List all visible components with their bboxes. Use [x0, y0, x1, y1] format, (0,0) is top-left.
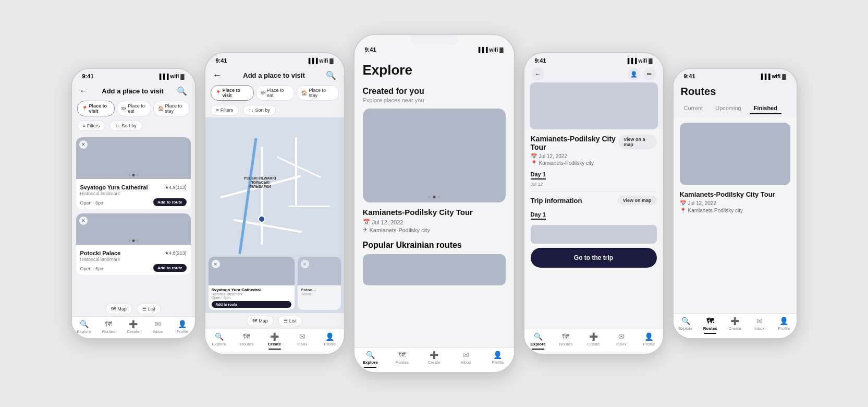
tab2-place-visit[interactable]: 📍 Place to visit [211, 85, 254, 101]
tab2-place-stay[interactable]: 🏠 Place to stay [297, 85, 338, 101]
phone4-edit-icon[interactable]: ✏ [643, 68, 656, 80]
tab-current[interactable]: Current [680, 103, 707, 114]
nav-inbox-3[interactable]: ✉ Inbox [450, 351, 482, 368]
nav-routes-1[interactable]: 🗺 Routes [96, 320, 121, 334]
explore-icon: 🔍 [80, 320, 89, 328]
map-card2-thumb: ✕ [298, 257, 341, 285]
list-toggle-btn[interactable]: ☰ List [137, 304, 161, 314]
day1-tab-2[interactable]: Day 1 [531, 211, 546, 220]
view-on-map-btn-2[interactable]: View on map [618, 196, 657, 205]
profile-label: Profile [177, 329, 189, 334]
nav-profile-3[interactable]: 👤 Profile [482, 351, 514, 368]
phone-5: 9:41 ▐▐▐ wifi ▓ Routes Current Upcoming … [673, 68, 798, 339]
nav-inbox-1[interactable]: ✉ Inbox [145, 320, 170, 334]
phone4-back-icon[interactable]: ← [532, 68, 544, 80]
nav-routes-4[interactable]: 🗺 Routes [552, 332, 580, 350]
route-card-title: Kamianets-Podilsky City Tour [680, 190, 790, 198]
dot-4 [128, 240, 130, 242]
close-icon-map1[interactable]: ✕ [212, 260, 220, 268]
filters-button[interactable]: ≡ Filters [77, 121, 106, 131]
list-toggle-btn-2[interactable]: ☰ List [278, 316, 302, 326]
sortby2-button[interactable]: ↑↓ Sort by [243, 105, 276, 115]
create-icon-4: ➕ [589, 332, 598, 341]
battery-icon-4: ▓ [649, 58, 652, 64]
nav-routes-2[interactable]: 🗺 Routes [233, 332, 261, 350]
place-card2-footer-row: Open · 6pm Add to route [80, 264, 187, 272]
place-card2-info: Potocki Palace ★4.8(213) Historical land… [76, 245, 191, 275]
nav-routes-3[interactable]: 🗺 Routes [386, 351, 418, 368]
featured-card-location: ✈ Kamianets-Podilsky city [363, 226, 506, 233]
phone3-bottom-nav: 🔍 Explore 🗺 Routes ➕ Create ✉ Inbox [354, 347, 514, 372]
tab-place-stay[interactable]: 🏠 Place to stay [153, 101, 190, 116]
phone1-search-icon[interactable]: 🔍 [177, 86, 187, 96]
filters2-button[interactable]: ≡ Filters [211, 105, 239, 115]
tab2-place-eat[interactable]: 🍽 Place to eat [256, 85, 295, 101]
tab2-eat-label: Place to eat [267, 88, 290, 98]
dots-indicator-2 [128, 240, 139, 242]
nav-explore-1[interactable]: 🔍 Explore [72, 320, 96, 334]
place-card2-type: Historical landmark [80, 257, 187, 262]
nav-create-1[interactable]: ➕ Create [121, 320, 145, 334]
filter2-label: Filters [221, 107, 234, 113]
phone-1: 9:41 ▐▐▐ wifi ▓ ← Add a place to visit 🔍… [71, 68, 196, 339]
phone2-filters: ≡ Filters ↑↓ Sort by [205, 103, 344, 117]
place-card1-info: Svyatogo Yura Cathedral ★4.9(113) Histor… [76, 179, 191, 209]
close-icon-map2[interactable]: ✕ [301, 260, 309, 268]
phone1-screen: 9:41 ▐▐▐ wifi ▓ ← Add a place to visit 🔍… [72, 69, 195, 338]
phone1-map-list-toggle: 🗺 Map ☰ List [72, 302, 195, 316]
place-card2-meta: Open · 6pm [80, 266, 105, 271]
tab-place-eat[interactable]: 🍽 Place to eat [117, 101, 151, 116]
calendar-icon: 📅 [363, 219, 370, 225]
nav-explore-2[interactable]: 🔍 Explore [205, 332, 233, 350]
inbox-icon-2: ✉ [299, 332, 305, 341]
place-card2-thumb: ✕ [76, 213, 191, 245]
close-icon-2[interactable]: ✕ [79, 217, 88, 225]
nav-explore-4[interactable]: 🔍 Explore [524, 332, 552, 350]
map-card1-thumb: ✕ [209, 257, 295, 285]
wifi-icon-3: wifi [490, 47, 498, 53]
tab-place-visit[interactable]: 📍 Place to visit [77, 101, 115, 116]
phone4-user-icon[interactable]: 👤 [628, 68, 640, 80]
nav-routes-5[interactable]: 🗺 Routes [698, 317, 723, 334]
phone2-title: Add a place to visit [243, 71, 304, 79]
tab-finished[interactable]: Finished [750, 103, 781, 114]
add-to-route-btn-1[interactable]: Add to route [153, 198, 187, 206]
view-on-map-btn[interactable]: View on a map [618, 135, 656, 149]
nav-explore-3[interactable]: 🔍 Explore [354, 351, 386, 368]
add-to-route-btn-2[interactable]: Add to route [153, 264, 187, 272]
nav-create-5[interactable]: ➕ Create [723, 317, 747, 334]
phone2-back-button[interactable]: ← [213, 70, 222, 81]
sortby-button[interactable]: ↑↓ Sort by [109, 121, 142, 131]
tab-upcoming[interactable]: Upcoming [711, 103, 745, 114]
phone2-map[interactable]: POLSKI FILWARKIПОЛЬСЬКІФІЛЬВАРКИ ✕ Svyat… [205, 117, 344, 313]
map-pin[interactable] [258, 216, 265, 223]
map-toggle-btn[interactable]: 🗺 Map [105, 304, 132, 314]
phone1-content: ✕ Svyatogo Yura Cathedral ★4.9(113) Hist… [72, 133, 195, 302]
day1-tab[interactable]: Day 1 [531, 171, 546, 179]
nav-inbox-4[interactable]: ✉ Inbox [607, 332, 635, 350]
nav-explore-5[interactable]: 🔍 Explore [674, 317, 698, 334]
dot-6 [136, 240, 139, 242]
nav-create-4[interactable]: ➕ Create [580, 332, 607, 350]
phone1-back-button[interactable]: ← [79, 86, 89, 97]
card-dots [428, 196, 440, 198]
inbox-label-3: Inbox [461, 360, 471, 365]
profile-label-4: Profile [643, 342, 655, 346]
add-to-route-map1[interactable]: Add to route [212, 301, 291, 308]
nav-create-3[interactable]: ➕ Create [418, 351, 450, 368]
create-icon-2: ➕ [270, 332, 279, 341]
close-icon-1[interactable]: ✕ [79, 140, 88, 149]
explore-label: Explore [77, 329, 91, 334]
phone2-search-icon[interactable]: 🔍 [326, 70, 336, 80]
nav-profile-4[interactable]: 👤 Profile [635, 332, 663, 350]
nav-inbox-5[interactable]: ✉ Inbox [747, 317, 772, 334]
nav-profile-1[interactable]: 👤 Profile [170, 320, 194, 334]
map-toggle-btn-2[interactable]: 🗺 Map [247, 316, 274, 326]
go-to-trip-btn[interactable]: Go to the trip [531, 248, 657, 268]
nav-profile-2[interactable]: 👤 Profile [316, 332, 344, 350]
routes-label: Routes [102, 329, 115, 334]
nav-profile-5[interactable]: 👤 Profile [772, 317, 796, 334]
popular-routes-strip[interactable] [363, 254, 506, 285]
nav-create-2[interactable]: ➕ Create [261, 332, 288, 350]
nav-inbox-2[interactable]: ✉ Inbox [288, 332, 316, 350]
